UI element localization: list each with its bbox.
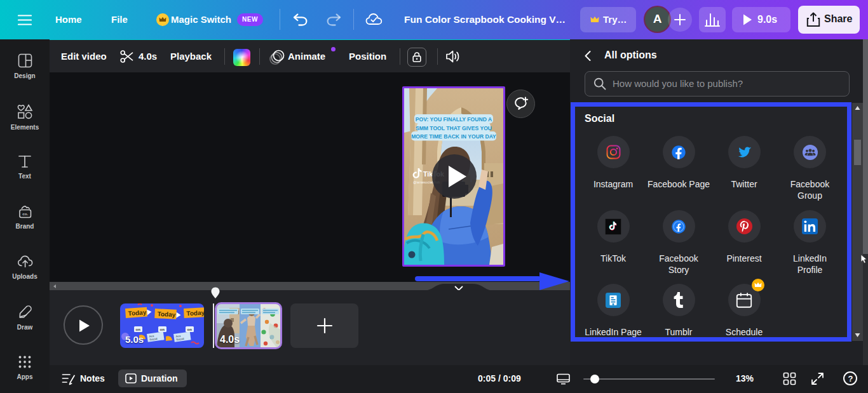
svg-text:MORE TIME BACK IN YOUR DAY: MORE TIME BACK IN YOUR DAY — [411, 133, 496, 140]
svg-text:Today: Today — [186, 309, 204, 317]
svg-text:POV: YOU FINALLY FOUND A: POV: YOU FINALLY FOUND A — [416, 116, 492, 123]
svg-text:SMM TOOL THAT GIVES YOU: SMM TOOL THAT GIVES YOU — [416, 125, 492, 131]
svg-text:Today: Today — [128, 309, 147, 317]
svg-text:on: on — [160, 328, 165, 331]
svg-text:Today: Today — [157, 310, 176, 319]
svg-text:on: on — [136, 328, 141, 331]
svg-text:on: on — [187, 328, 193, 331]
svg-text:co.: co. — [22, 211, 28, 216]
